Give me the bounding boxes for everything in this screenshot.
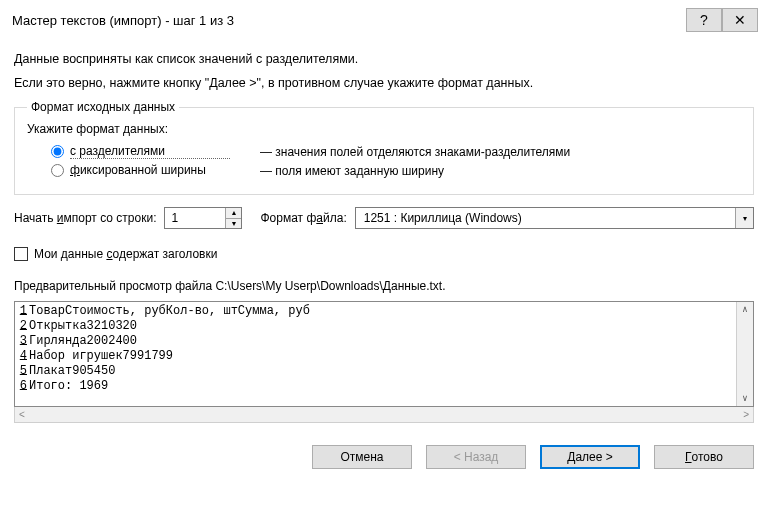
radio-delimited-row[interactable]: с разделителями — значения полей отделяю… xyxy=(51,144,741,159)
start-row-label: Начать импорт со строки: xyxy=(14,211,156,225)
preview-line: 5Плакат905450 xyxy=(17,364,736,379)
scroll-down-icon[interactable]: ∨ xyxy=(742,391,747,406)
window-title: Мастер текстов (импорт) - шаг 1 из 3 xyxy=(12,13,686,28)
cancel-button[interactable]: Отмена xyxy=(312,445,412,469)
start-row-spinner[interactable]: ▲ ▼ xyxy=(164,207,242,229)
intro-line-2: Если это верно, нажмите кнопку "Далее >"… xyxy=(14,76,754,90)
button-bar: Отмена < Назад Далее > Готово xyxy=(0,431,768,479)
radio-fixed-label: фиксированной ширины xyxy=(70,163,230,178)
spin-down-icon[interactable]: ▼ xyxy=(226,219,241,229)
line-number: 1 xyxy=(17,304,27,319)
spin-up-icon[interactable]: ▲ xyxy=(226,208,241,219)
help-button[interactable]: ? xyxy=(686,8,722,32)
line-text: Плакат905450 xyxy=(29,364,115,379)
headers-checkbox[interactable] xyxy=(14,247,28,261)
source-format-legend: Формат исходных данных xyxy=(27,100,179,114)
radio-fixed-desc: — поля имеют заданную ширину xyxy=(260,164,444,178)
scroll-left-icon[interactable]: < xyxy=(19,409,25,420)
back-button: < Назад xyxy=(426,445,526,469)
line-number: 6 xyxy=(17,379,27,394)
chevron-down-icon[interactable]: ▾ xyxy=(735,208,753,228)
start-row-input[interactable] xyxy=(165,208,225,228)
radio-fixed[interactable] xyxy=(51,164,64,177)
radio-delimited-desc: — значения полей отделяются знаками-разд… xyxy=(260,145,570,159)
horizontal-scrollbar[interactable]: < > xyxy=(14,406,754,423)
line-number: 2 xyxy=(17,319,27,334)
next-button[interactable]: Далее > xyxy=(540,445,640,469)
headers-checkbox-row[interactable]: Мои данные содержат заголовки xyxy=(14,247,754,261)
vertical-scrollbar[interactable]: ∧ ∨ xyxy=(736,302,753,406)
preview-line: 2Открытка3210320 xyxy=(17,319,736,334)
line-number: 5 xyxy=(17,364,27,379)
line-text: ТоварСтоимость, рубКол-во, штСумма, руб xyxy=(29,304,310,319)
line-text: Гирлянда2002400 xyxy=(29,334,137,349)
scroll-right-icon[interactable]: > xyxy=(743,409,749,420)
spinner-buttons[interactable]: ▲ ▼ xyxy=(225,208,241,228)
content: Данные восприняты как список значений с … xyxy=(0,38,768,431)
preview-lines: 1ТоварСтоимость, рубКол-во, штСумма, руб… xyxy=(15,302,736,406)
close-button[interactable]: ✕ xyxy=(722,8,758,32)
intro-line-1: Данные восприняты как список значений с … xyxy=(14,52,754,66)
import-options-row: Начать импорт со строки: ▲ ▼ Формат файл… xyxy=(14,207,754,229)
preview-box: 1ТоварСтоимость, рубКол-во, штСумма, руб… xyxy=(14,301,754,407)
line-number: 3 xyxy=(17,334,27,349)
line-text: Итого: 1969 xyxy=(29,379,108,394)
line-text: Открытка3210320 xyxy=(29,319,137,334)
radio-delimited[interactable] xyxy=(51,145,64,158)
preview-line: 3Гирлянда2002400 xyxy=(17,334,736,349)
format-subhead: Укажите формат данных: xyxy=(27,122,741,136)
preview-line: 1ТоварСтоимость, рубКол-во, штСумма, руб xyxy=(17,304,736,319)
line-text: Набор игрушек7991799 xyxy=(29,349,173,364)
preview-label: Предварительный просмотр файла C:\Users\… xyxy=(14,279,754,293)
preview-line: 6Итого: 1969 xyxy=(17,379,736,394)
line-number: 4 xyxy=(17,349,27,364)
scroll-up-icon[interactable]: ∧ xyxy=(742,302,747,317)
headers-checkbox-label: Мои данные содержат заголовки xyxy=(34,247,217,261)
file-format-select[interactable]: 1251 : Кириллица (Windows) ▾ xyxy=(355,207,754,229)
radio-delimited-label: с разделителями xyxy=(70,144,230,159)
preview-line: 4Набор игрушек7991799 xyxy=(17,349,736,364)
titlebar: Мастер текстов (импорт) - шаг 1 из 3 ? ✕ xyxy=(0,0,768,38)
file-format-value: 1251 : Кириллица (Windows) xyxy=(356,211,735,225)
radio-fixed-row[interactable]: фиксированной ширины — поля имеют заданн… xyxy=(51,163,741,178)
finish-button[interactable]: Готово xyxy=(654,445,754,469)
file-format-label: Формат файла: xyxy=(260,211,346,225)
source-format-group: Формат исходных данных Укажите формат да… xyxy=(14,100,754,195)
